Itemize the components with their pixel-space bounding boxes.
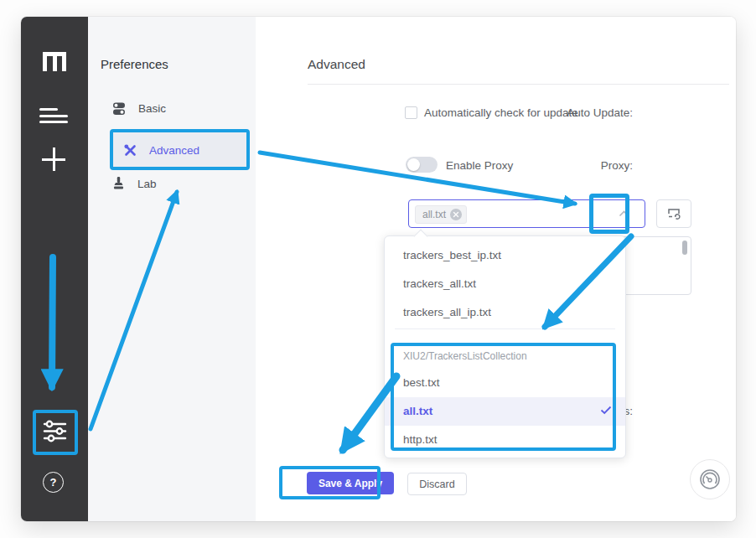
dropdown-divider <box>395 328 615 329</box>
textarea-scrollbar[interactable] <box>682 241 687 255</box>
nav-item-label: Basic <box>138 102 166 115</box>
dropdown-option[interactable]: trackers_all.txt <box>385 270 625 298</box>
page-title: Advanced <box>308 57 365 72</box>
tracker-list-dropdown: trackers_best_ip.txt trackers_all.txt tr… <box>384 235 626 458</box>
tag-label: all.txt <box>422 209 446 220</box>
motrix-logo-icon <box>43 52 66 75</box>
proxy-label: Proxy: <box>601 159 633 172</box>
proxy-toggle-label: Enable Proxy <box>446 159 513 172</box>
proxy-toggle[interactable] <box>406 157 438 173</box>
dropdown-group-label: XIU2/TrackersListCollection <box>403 344 527 369</box>
gauge-icon <box>697 467 722 492</box>
sync-icon <box>666 207 681 220</box>
toggles-icon <box>111 101 127 116</box>
check-icon <box>600 406 612 415</box>
help-icon[interactable] <box>43 472 64 493</box>
chevron-up-icon[interactable] <box>619 210 629 217</box>
dropdown-option[interactable]: best.txt <box>385 369 625 397</box>
preferences-panel: Preferences Basic <box>88 17 256 521</box>
nav-item-label: Advanced <box>149 144 199 157</box>
preferences-title: Preferences <box>101 57 168 71</box>
tracker-servers-select[interactable]: all.txt <box>408 199 645 228</box>
dropdown-option[interactable]: trackers_all_ip.txt <box>385 298 625 327</box>
nav-item-label: Lab <box>137 178 157 190</box>
save-apply-button[interactable]: Save & Apply <box>307 472 394 494</box>
tools-icon <box>123 143 137 158</box>
discard-button[interactable]: Discard <box>407 473 467 495</box>
dropdown-option[interactable]: trackers_best_ip.txt <box>385 241 625 270</box>
auto-update-checkbox[interactable] <box>405 106 417 119</box>
app-window: Preferences Basic <box>21 17 736 521</box>
dropdown-option-selected[interactable]: all.txt <box>385 397 625 426</box>
auto-update-checkbox-label[interactable]: Automatically check for update <box>424 106 578 119</box>
title-divider <box>308 84 729 85</box>
lab-stamp-icon <box>111 176 126 191</box>
app-sidebar <box>21 17 88 521</box>
sync-trackers-button[interactable] <box>656 199 691 228</box>
selected-tracker-tag: all.txt <box>415 205 467 224</box>
option-label: all.txt <box>403 405 432 417</box>
dropdown-option[interactable]: http.txt <box>385 426 625 454</box>
nav-item-lab[interactable]: Lab <box>111 176 157 191</box>
settings-sliders-icon[interactable] <box>41 417 69 448</box>
tag-close-icon[interactable] <box>450 209 462 220</box>
nav-item-basic[interactable]: Basic <box>111 101 166 116</box>
app-screenshot: Preferences Basic <box>0 0 756 538</box>
nav-item-advanced[interactable]: Advanced <box>111 132 249 169</box>
speed-limit-button[interactable] <box>690 459 730 499</box>
